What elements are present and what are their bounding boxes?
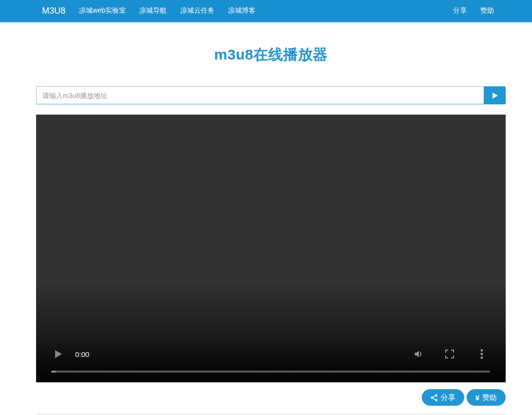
main-container: m3u8在线播放器 0:00 <box>36 45 506 415</box>
navbar-inner: M3U8 凉城web实验室 凉城导航 凉城云任务 凉城博客 分享 赞助 <box>36 0 506 21</box>
share-button-label: 分享 <box>441 393 455 402</box>
video-current-time: 0:00 <box>75 350 89 358</box>
fullscreen-button[interactable] <box>443 348 456 360</box>
page-title: m3u8在线播放器 <box>36 45 506 65</box>
navbar: M3U8 凉城web实验室 凉城导航 凉城云任务 凉城博客 分享 赞助 <box>0 0 532 22</box>
nav-item-web-lab[interactable]: 凉城web实验室 <box>72 0 133 21</box>
volume-button[interactable] <box>412 348 425 360</box>
nav-item-share[interactable]: 分享 <box>446 0 473 21</box>
url-input-group <box>36 86 506 104</box>
volume-icon <box>413 349 424 359</box>
share-icon <box>431 394 438 401</box>
yen-icon: ¥ <box>475 394 479 402</box>
more-vertical-icon <box>477 349 487 359</box>
video-controls-bar: 0:00 <box>36 344 506 364</box>
play-icon <box>53 349 63 359</box>
more-options-button[interactable] <box>475 348 488 360</box>
nav-item-donate[interactable]: 赞助 <box>473 0 506 21</box>
play-icon <box>491 92 499 99</box>
video-play-button[interactable] <box>52 348 64 360</box>
video-player[interactable]: 0:00 <box>36 115 506 382</box>
donate-button-label: 赞助 <box>482 393 497 402</box>
donate-button[interactable]: ¥ 赞助 <box>467 389 506 406</box>
video-progress-bar[interactable] <box>51 371 490 373</box>
actions-row: 分享 ¥ 赞助 <box>36 389 506 406</box>
fullscreen-icon <box>445 349 454 359</box>
nav-item-blog[interactable]: 凉城博客 <box>221 0 262 21</box>
share-button[interactable]: 分享 <box>422 389 464 406</box>
nav-spacer <box>262 0 446 21</box>
brand-logo[interactable]: M3U8 <box>36 0 72 21</box>
m3u8-url-input[interactable] <box>36 86 484 104</box>
play-submit-button[interactable] <box>484 86 506 104</box>
nav-item-navigation[interactable]: 凉城导航 <box>133 0 174 21</box>
video-progress-thumb[interactable] <box>51 371 56 373</box>
nav-item-cloud-task[interactable]: 凉城云任务 <box>174 0 221 21</box>
